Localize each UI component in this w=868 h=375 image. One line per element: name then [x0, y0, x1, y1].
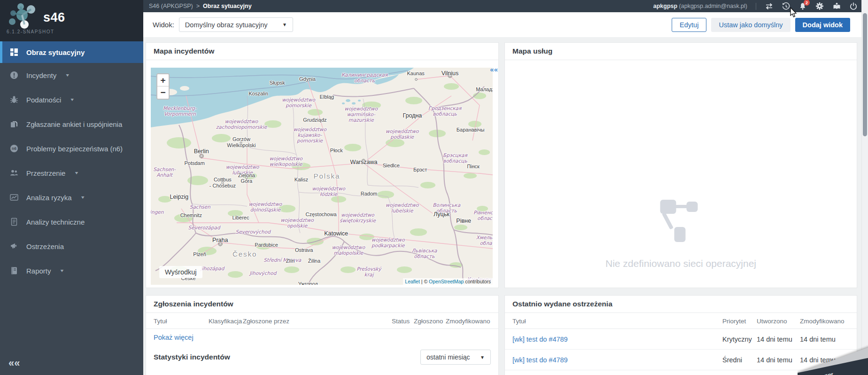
user-email: (apkgpsp.admin@nask.pl)	[679, 3, 747, 9]
chart-line-icon	[9, 193, 19, 202]
megaphone-icon	[9, 242, 19, 250]
attribution-rest: contributors	[464, 279, 491, 284]
incident-reports-title: Zgłoszenia incydentów	[146, 296, 498, 313]
map-zoom-control: + −	[156, 73, 170, 100]
column-header[interactable]: Utworzono	[757, 317, 787, 324]
notification-badge: 2	[804, 0, 810, 6]
svg-text:n6: n6	[12, 146, 16, 151]
sidebar-collapse-button[interactable]: ««	[8, 357, 20, 369]
history-icon[interactable]	[782, 2, 790, 10]
s46-logo-icon	[7, 3, 49, 29]
warning-title-link[interactable]: [wk] test do #4789	[512, 336, 568, 343]
sidebar-item-obraz-sytuacyjny[interactable]: Obraz sytuacyjny	[0, 41, 143, 63]
sidebar-item-incydenty[interactable]: Incydenty ▼	[0, 63, 143, 87]
swap-icon[interactable]	[765, 2, 773, 10]
column-header[interactable]: Priorytet	[722, 317, 746, 324]
zoom-out-button[interactable]: −	[157, 86, 169, 99]
map-graphic	[151, 68, 493, 285]
column-header[interactable]: Zmodyfikowano	[800, 317, 845, 324]
services-empty-text: Nie zdefiniowano sieci operacyjnej	[605, 258, 756, 269]
content-area: Mapa incydentów	[143, 37, 868, 375]
add-view-button[interactable]: Dodaj widok	[795, 18, 850, 32]
chevron-down-icon: ▼	[60, 268, 65, 273]
sidebar-item-ostrzezenia[interactable]: Ostrzeżenia	[0, 234, 143, 258]
column-header[interactable]: Zgłoszone przez	[243, 317, 289, 324]
column-header[interactable]: Tytuł	[154, 317, 167, 324]
breadcrumb-separator: >	[196, 3, 200, 9]
services-map-panel: Mapa usług Nie zdefiniowano sieci operac…	[504, 42, 857, 288]
sidebar: s46 6.1.2-SNAPSHOT Obraz sytuacyjny Incy…	[0, 0, 143, 375]
bell-icon[interactable]: 2	[798, 2, 807, 10]
incident-reports-header-row: Tytuł Klasyfikacja Zgłoszone przez Statu…	[146, 313, 498, 329]
incident-map-body: KaunasVilniusМаладзКалининградская облас…	[146, 60, 498, 288]
breadcrumb-root[interactable]: S46 (APKGPSP)	[149, 3, 193, 9]
power-icon[interactable]	[849, 2, 858, 10]
sidebar-item-label: Incydenty	[26, 71, 56, 79]
document-icon	[9, 218, 19, 226]
leaflet-link[interactable]: Leaflet	[405, 279, 420, 284]
dashboard-icon	[9, 48, 19, 56]
sidebar-item-label: Analizy techniczne	[26, 218, 85, 226]
zoom-in-button[interactable]: +	[157, 74, 169, 86]
sidebar-item-label: Analiza ryzyka	[26, 194, 72, 202]
warnings-title: Ostatnio wydane ostrzeżenia	[505, 296, 857, 313]
n6-icon: n6	[9, 144, 19, 153]
warnings-header-row: Tytuł Priorytet Utworzono Zmodyfikowano	[505, 313, 857, 329]
bug-icon	[9, 95, 19, 104]
column-header[interactable]: Status	[392, 317, 410, 324]
chevron-down-icon: ▼	[65, 73, 70, 78]
scrollbar-thumb[interactable]	[863, 13, 867, 136]
caret-down-icon: ▼	[480, 355, 485, 360]
sidebar-nav: Obraz sytuacyjny Incydenty ▼ Podatności …	[0, 41, 143, 283]
topbar-divider	[756, 3, 756, 10]
sidebar-item-label: Raporty	[26, 267, 51, 275]
incident-map-panel: Mapa incydentów	[146, 42, 499, 288]
column-header[interactable]: Zgłoszono	[414, 317, 443, 324]
app-version: 6.1.2-SNAPSHOT	[7, 29, 54, 34]
table-cell: Średni	[722, 356, 742, 364]
column-header[interactable]: Zmodyfikowano	[446, 317, 490, 324]
column-header[interactable]: Klasyfikacja	[209, 317, 242, 324]
edit-button[interactable]: Edytuj	[672, 18, 706, 32]
report-icon	[9, 266, 19, 275]
incident-map-title: Mapa incydentów	[146, 43, 498, 60]
column-header[interactable]: Tytuł	[512, 317, 526, 324]
table-cell: Krytyczny	[722, 336, 752, 343]
sidebar-item-analizy-techniczne[interactable]: Analizy techniczne	[0, 210, 143, 234]
period-select[interactable]: ostatni miesiąc ▼	[420, 350, 491, 365]
sidebar-item-label: Obraz sytuacyjny	[26, 48, 85, 56]
incident-map[interactable]: KaunasVilniusМаладзКалининградская облас…	[151, 68, 493, 285]
chevron-down-icon: ▼	[80, 195, 85, 200]
view-select[interactable]: Domyślny obraz sytuacyjny ▼	[179, 17, 293, 32]
sidebar-item-analiza-ryzyka[interactable]: Analiza ryzyka ▼	[0, 185, 143, 210]
osm-link[interactable]: OpenStreetMap	[429, 279, 464, 284]
user-info: apkgpsp (apkgpsp.admin@nask.pl)	[653, 3, 747, 9]
panel-collapse-button[interactable]: ««	[490, 66, 498, 73]
recenter-button[interactable]: Wyśrodkuj	[159, 266, 202, 278]
view-label: Widok:	[153, 21, 174, 29]
copy-icon	[9, 120, 19, 128]
sidebar-item-zglaszanie-ankiet[interactable]: Zgłaszanie ankiet i uspójnienia	[0, 112, 143, 136]
services-empty-state: Nie zdefiniowano sieci operacyjnej	[605, 199, 756, 269]
toolbar-buttons: Edytuj Ustaw jako domyślny Dodaj widok	[672, 18, 868, 32]
user-name: apkgpsp	[653, 3, 677, 9]
show-more-text[interactable]: Pokaż więcej	[154, 334, 194, 341]
services-map-body: Nie zdefiniowano sieci operacyjnej	[505, 60, 857, 288]
sidebar-item-podatnosci[interactable]: Podatności ▼	[0, 87, 143, 112]
sidebar-item-problemy-n6[interactable]: n6 Problemy bezpieczeństwa (n6)	[0, 136, 143, 161]
sidebar-item-raporty[interactable]: Raporty ▼	[0, 258, 143, 283]
table-row: [wk] test do #4789Krytyczny14 dni temu14…	[505, 329, 857, 350]
view-toolbar: Widok: Domyślny obraz sytuacyjny ▼ Edytu…	[143, 12, 868, 37]
sidebar-item-label: Przestrzenie	[26, 169, 65, 177]
services-map-title: Mapa usług	[505, 43, 857, 60]
set-default-button[interactable]: Ustaw jako domyślny	[711, 18, 790, 32]
warning-title-link[interactable]: [wk] test do #4789	[512, 356, 568, 364]
sidebar-item-przestrzenie[interactable]: Przestrzenie ▼	[0, 161, 143, 185]
logo-block: s46 6.1.2-SNAPSHOT	[0, 0, 143, 41]
topbar: S46 (APKGPSP) > Obraz sytuacyjny apkgpsp…	[143, 0, 868, 12]
warnings-rows: [wk] test do #4789Krytyczny14 dni temu14…	[505, 329, 857, 370]
page-scrollbar[interactable]	[861, 0, 868, 375]
handbook-icon[interactable]	[832, 2, 841, 10]
incident-stats-title: Statystyki incydentów	[154, 353, 230, 361]
gear-icon[interactable]	[815, 2, 824, 10]
